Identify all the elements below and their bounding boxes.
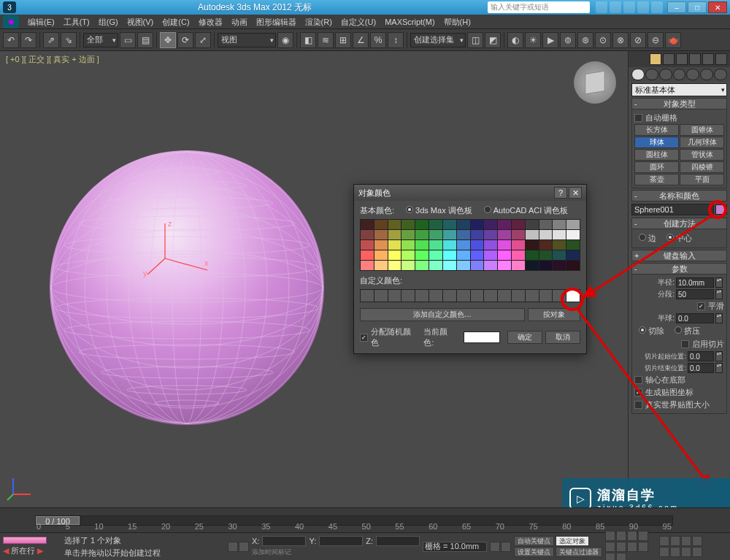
ok-button[interactable]: 确定 <box>507 331 542 344</box>
palette-swatch[interactable] <box>526 220 539 229</box>
rollout-parameters[interactable]: -参数 <box>631 263 727 275</box>
palette-swatch[interactable] <box>443 261 456 270</box>
palette-swatch[interactable] <box>388 230 402 239</box>
play-next-icon[interactable] <box>638 531 648 541</box>
tool-icon[interactable]: ⊘ <box>630 32 646 48</box>
menu-item[interactable]: 渲染(R) <box>301 15 337 29</box>
palette-swatch[interactable] <box>402 220 415 229</box>
prim-sphere-button[interactable]: 球体 <box>634 137 679 148</box>
sphere-object[interactable] <box>50 150 324 425</box>
palette-swatch[interactable] <box>553 261 566 270</box>
custom-swatch[interactable] <box>415 290 429 302</box>
autogrid-checkbox[interactable]: 自动栅格 <box>634 112 724 124</box>
time-slider-track[interactable]: 0 / 100 <box>35 515 673 526</box>
rollout-creation-method[interactable]: -创建方法 <box>631 218 727 229</box>
viewnav-icon[interactable] <box>659 547 669 557</box>
viewnav-icon[interactable] <box>670 547 680 557</box>
angle-snap-icon[interactable]: ∠ <box>353 32 369 48</box>
help-search-input[interactable]: 输入关键字或短语 <box>488 1 590 13</box>
cancel-button[interactable]: 取消 <box>545 331 580 344</box>
menu-item[interactable]: 修改器 <box>194 15 227 29</box>
percent-snap-icon[interactable]: % <box>370 32 386 48</box>
select-icon[interactable]: ▭ <box>120 32 136 48</box>
viewnav-icon[interactable] <box>681 547 691 557</box>
undo-icon[interactable]: ↶ <box>3 32 19 48</box>
help-icon[interactable]: ? <box>554 187 567 199</box>
rotate-icon[interactable]: ⟳ <box>177 32 193 48</box>
named-selection-dropdown[interactable]: 创建选择集 <box>410 33 466 47</box>
close-icon[interactable]: ✕ <box>569 187 582 199</box>
geometry-icon[interactable] <box>631 69 645 80</box>
snap-icon[interactable]: ⊞ <box>335 32 351 48</box>
segments-input[interactable]: 50 <box>676 289 714 299</box>
slice-to-input[interactable]: 0.0 <box>688 363 714 373</box>
display-tab-icon[interactable] <box>702 53 714 65</box>
palette-swatch[interactable] <box>402 250 415 260</box>
add-time-tag[interactable]: 添加时间标记 <box>252 548 420 557</box>
color-palette[interactable] <box>360 219 580 271</box>
menu-item[interactable]: 编辑(E) <box>23 15 59 29</box>
palette-swatch[interactable] <box>484 220 497 229</box>
hemi-input[interactable]: 0.0 <box>676 313 714 323</box>
palette-swatch[interactable] <box>457 220 470 229</box>
prim-plane-button[interactable]: 平面 <box>680 174 724 185</box>
real-uv-checkbox[interactable]: 真实世界贴图大小 <box>634 399 724 411</box>
palette-swatch[interactable] <box>526 230 539 239</box>
rollout-keyboard-entry[interactable]: +键盘输入 <box>631 250 727 261</box>
prim-box-button[interactable]: 长方体 <box>634 124 679 136</box>
spinner-snap-icon[interactable]: ↕ <box>388 32 404 48</box>
palette-swatch[interactable] <box>374 261 388 270</box>
custom-swatch-white[interactable] <box>566 290 580 302</box>
nav-icon[interactable] <box>627 542 637 552</box>
key-filter-dropdown[interactable]: 选定对象 <box>556 536 589 546</box>
palette-swatch[interactable] <box>471 250 484 260</box>
palette-swatch[interactable] <box>484 230 497 239</box>
radius-input[interactable]: 10.0mm <box>676 277 714 288</box>
spinner-icon[interactable]: ▴▾ <box>715 363 723 373</box>
menu-item[interactable]: 自定义(U) <box>337 15 380 29</box>
custom-swatch[interactable] <box>539 290 553 302</box>
palette-swatch[interactable] <box>374 240 388 250</box>
nav-icon[interactable] <box>638 542 648 552</box>
palette-swatch[interactable] <box>471 261 484 270</box>
palette-swatch[interactable] <box>526 250 539 260</box>
teapot-icon[interactable]: 🫖 <box>665 32 681 48</box>
tool-icon[interactable]: ⊙ <box>595 32 611 48</box>
status-icon[interactable] <box>490 542 500 552</box>
palette-swatch[interactable] <box>512 250 525 260</box>
transform-gizmo-icon[interactable]: zxy <box>143 219 216 277</box>
assign-random-checkbox[interactable]: ✓分配随机颜色 <box>360 326 416 349</box>
menu-item[interactable]: 帮助(H) <box>439 15 475 29</box>
by-object-button[interactable]: 按对象 <box>528 308 580 321</box>
utilities-tab-icon[interactable] <box>715 53 727 65</box>
palette-swatch[interactable] <box>443 250 456 260</box>
palette-swatch[interactable] <box>388 261 402 270</box>
palette-swatch[interactable] <box>566 240 580 250</box>
custom-swatch[interactable] <box>512 290 525 302</box>
prim-tube-button[interactable]: 管状体 <box>680 149 724 161</box>
align-icon[interactable]: ≋ <box>318 32 334 48</box>
palette-swatch[interactable] <box>484 261 497 270</box>
palette-swatch[interactable] <box>553 250 566 260</box>
palette-swatch[interactable] <box>471 240 484 250</box>
palette-swatch[interactable] <box>498 220 511 229</box>
lights-icon[interactable] <box>659 69 672 80</box>
smooth-checkbox[interactable]: ✓平滑 <box>634 300 724 312</box>
geometry-category-dropdown[interactable]: 标准基本体 <box>631 83 727 96</box>
prim-cone-button[interactable]: 圆锥体 <box>680 124 724 136</box>
object-color-swatch[interactable] <box>715 204 727 215</box>
menu-item[interactable]: 组(G) <box>94 15 123 29</box>
custom-swatch[interactable] <box>553 290 566 302</box>
viewcube[interactable] <box>574 61 616 104</box>
systems-icon[interactable] <box>714 69 727 80</box>
palette-swatch[interactable] <box>539 261 553 270</box>
palette-swatch[interactable] <box>539 220 553 229</box>
rollout-name-color[interactable]: -名称和颜色 <box>631 190 727 202</box>
time-slider-thumb[interactable]: 0 / 100 <box>36 516 80 525</box>
menu-item[interactable]: 动画 <box>227 15 252 29</box>
status-icon[interactable] <box>501 542 511 552</box>
palette-swatch[interactable] <box>429 230 442 239</box>
palette-swatch[interactable] <box>415 220 429 229</box>
minimize-button[interactable]: – <box>667 1 686 13</box>
palette-swatch[interactable] <box>429 240 442 250</box>
